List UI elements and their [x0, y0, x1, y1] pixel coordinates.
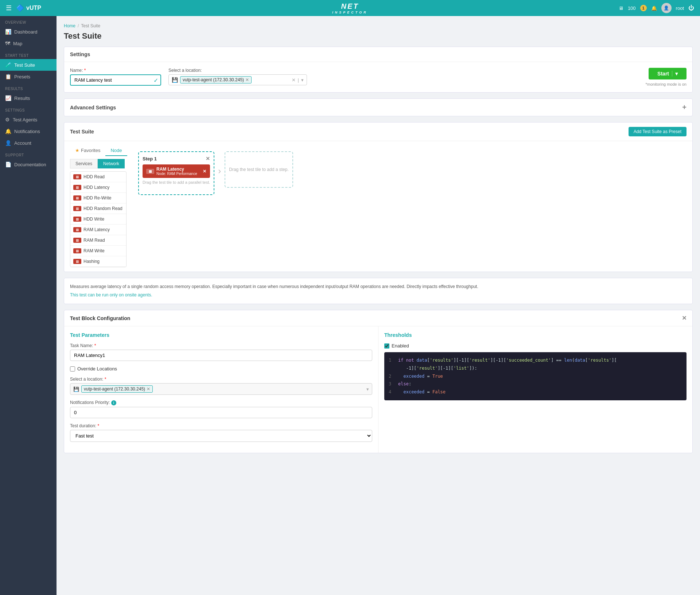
empty-step-box[interactable]: Drag the test tile to add a step. [225, 151, 293, 188]
node-tabs: Services Network [70, 159, 127, 168]
node-tab-network[interactable]: Network [98, 159, 125, 168]
override-locations-row: Override Locations [70, 366, 372, 372]
location-config-expand[interactable]: ▾ [366, 386, 369, 392]
notification-badge[interactable]: 1 [640, 5, 647, 11]
list-item[interactable]: HDD Write [70, 214, 126, 225]
add-preset-button[interactable]: Add Test Suite as Preset [629, 127, 687, 136]
config-right: Thresholds Enabled 1 if not data['result… [378, 326, 692, 453]
notifications-info-icon[interactable]: i [111, 400, 116, 405]
override-locations-label: Override Locations [77, 366, 117, 372]
location-tag-close[interactable]: ✕ [245, 77, 249, 82]
notifications-priority-field: Notifications Priority: i [70, 400, 372, 418]
sidebar-item-label: Documentation [14, 162, 46, 167]
credits-icon: 🖥 [619, 5, 623, 11]
code-line-1b: -1]['result'][-1]['list']): [389, 365, 682, 373]
top-navbar: ☰ 🔷 vUTP NET INSPECTOR 🖥 100 1 🔔 👤 root … [0, 0, 700, 16]
notifications-icon: 🔔 [5, 128, 11, 134]
test-params-title: Test Parameters [70, 332, 372, 338]
location-controls: ✕ | ▾ [292, 77, 304, 83]
description-body: Measures average latency of a single ran… [64, 278, 692, 304]
start-dropdown-icon[interactable]: ▾ [672, 71, 678, 77]
location-select-config[interactable]: 💾 vutp-test-agent (172.30.30.245) ✕ ▾ [70, 383, 372, 395]
step-1-label: Step 1 [143, 156, 157, 162]
ram-latency-icon [73, 227, 81, 232]
clear-location-icon[interactable]: ✕ [292, 77, 296, 83]
name-input-wrapper: ✓ [70, 74, 161, 86]
ram-tile-close[interactable]: ✕ [203, 169, 206, 174]
test-suite-header: Test Suite Add Test Suite as Preset [64, 122, 692, 141]
hamburger-menu[interactable]: ☰ [6, 4, 12, 12]
list-item[interactable]: HDD Random Read [70, 203, 126, 214]
enabled-row: Enabled [384, 343, 687, 349]
sidebar-item-results[interactable]: 📈 Results [0, 92, 57, 104]
sidebar-item-label: Dashboard [14, 29, 38, 35]
presets-icon: 📋 [5, 74, 11, 79]
sidebar-item-test-agents[interactable]: ⚙ Test Agents [0, 114, 57, 125]
task-name-input[interactable] [70, 350, 372, 361]
block-config-close[interactable]: ✕ [682, 315, 687, 322]
threshold-code-block: 1 if not data['results'][-1]['result'][-… [384, 352, 687, 400]
settings-card-body: Name: * ✓ Select a location: 💾 [64, 62, 692, 92]
sidebar-item-map[interactable]: 🗺 Map [0, 38, 57, 49]
location-config-tag-close[interactable]: ✕ [147, 386, 150, 392]
test-suite-title: Test Suite [70, 129, 94, 135]
sidebar: OVERVIEW 📊 Dashboard 🗺 Map START TEST 🧪 … [0, 16, 57, 595]
location-select[interactable]: 💾 vutp-test-agent (172.30.30.245) ✕ ✕ | … [168, 74, 307, 85]
tab-favorites[interactable]: ★Favorites [70, 145, 105, 156]
description-text: Measures average latency of a single ran… [70, 284, 478, 289]
notifications-priority-input[interactable] [70, 407, 372, 418]
list-item[interactable]: RAM Latency [70, 225, 126, 235]
description-card: Measures average latency of a single ran… [64, 278, 693, 304]
override-locations-checkbox[interactable] [70, 366, 75, 372]
breadcrumb-current: Test Suite [81, 23, 100, 28]
code-line-2: 2 exceeded = True [389, 373, 682, 381]
name-input[interactable] [70, 74, 161, 86]
hdd-rewrite-icon [73, 195, 81, 201]
list-item[interactable]: HDD Latency [70, 182, 126, 193]
step-arrow: › [218, 166, 221, 176]
test-duration-select[interactable]: Fast test Normal test Long test [70, 430, 372, 442]
sidebar-item-notifications[interactable]: 🔔 Notifications [0, 125, 57, 137]
ram-latency-tile[interactable]: ▦ RAM Latency Node: RAM Performance ✕ [143, 164, 210, 178]
sidebar-item-dashboard[interactable]: 📊 Dashboard [0, 26, 57, 38]
sidebar-item-label: Presets [14, 74, 30, 79]
hdd-latency-icon [73, 185, 81, 190]
list-item[interactable]: RAM Read [70, 235, 126, 246]
task-name-field: Task Name: * [70, 343, 372, 361]
advanced-settings-header[interactable]: Advanced Settings + [64, 99, 692, 116]
sidebar-item-label: Test Agents [13, 117, 37, 122]
enabled-checkbox[interactable] [384, 343, 389, 349]
hdd-read-icon [73, 174, 81, 179]
monitoring-note: *monitoring mode is on [645, 82, 687, 86]
list-item[interactable]: HDD Re-Write [70, 193, 126, 203]
location-config-field: Select a location: * 💾 vutp-test-agent (… [70, 377, 372, 395]
start-button[interactable]: Start ▾ [649, 68, 687, 79]
app-logo: 🔷 vUTP [16, 4, 41, 12]
power-icon[interactable]: ⏻ [688, 5, 694, 11]
sidebar-item-label: Notifications [14, 129, 40, 134]
avatar[interactable]: 👤 [661, 3, 672, 13]
expand-advanced-icon[interactable]: + [682, 103, 687, 112]
sidebar-item-documentation[interactable]: 📄 Documentation [0, 159, 57, 170]
breadcrumb-home[interactable]: Home [64, 23, 75, 28]
code-line-4: 4 exceeded = False [389, 388, 682, 396]
thresholds-title: Thresholds [384, 332, 687, 338]
step-1-close[interactable]: ✕ [206, 156, 210, 162]
list-item[interactable]: HDD Read [70, 172, 126, 182]
sidebar-item-account[interactable]: 👤 Account [0, 137, 57, 149]
map-icon: 🗺 [5, 40, 10, 46]
node-tab-services[interactable]: Services [70, 159, 98, 168]
tab-node[interactable]: Node [105, 145, 127, 156]
sidebar-item-presets[interactable]: 📋 Presets [0, 71, 57, 82]
block-config-title: Test Block Configuration [70, 315, 130, 321]
main-content: Home / Test Suite Test Suite Settings Na… [57, 16, 700, 595]
page-title: Test Suite [64, 31, 693, 41]
results-section: RESULTS [0, 82, 57, 92]
sidebar-item-test-suite[interactable]: 🧪 Test Suite [0, 59, 57, 71]
list-item[interactable]: Hashing [70, 256, 126, 267]
check-icon: ✓ [153, 77, 158, 83]
test-agents-icon: ⚙ [5, 117, 10, 122]
notification-icon[interactable]: 🔔 [651, 5, 657, 11]
list-item[interactable]: RAM Write [70, 246, 126, 256]
expand-location-icon[interactable]: ▾ [301, 77, 304, 83]
